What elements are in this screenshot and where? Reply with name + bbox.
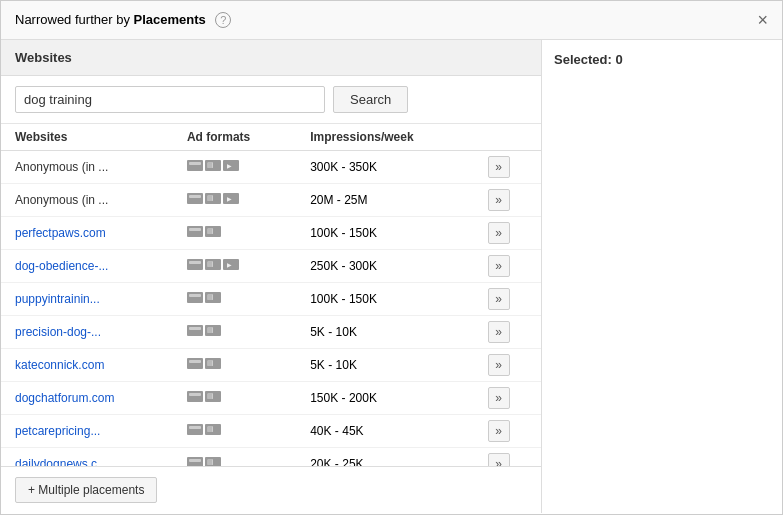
adformats-cell: [173, 316, 296, 349]
add-placement-button[interactable]: »: [488, 453, 510, 466]
impressions-cell: 20M - 25M: [296, 184, 473, 217]
banner-format-icon: [187, 160, 203, 171]
right-panel: Selected: 0: [542, 40, 782, 513]
website-cell[interactable]: precision-dog-...: [1, 316, 173, 349]
add-placement-button[interactable]: »: [488, 156, 510, 178]
adformats-cell: [173, 250, 296, 283]
footer-row: + Multiple placements: [1, 466, 541, 513]
impressions-cell: 40K - 45K: [296, 415, 473, 448]
table-body: Anonymous (in ...300K - 350K»Anonymous (…: [1, 151, 541, 467]
add-placement-button[interactable]: »: [488, 387, 510, 409]
add-cell: »: [474, 448, 542, 467]
image-format-icon: [205, 193, 221, 204]
banner-format-icon: [187, 391, 203, 402]
impressions-cell: 5K - 10K: [296, 349, 473, 382]
banner-format-icon: [187, 193, 203, 204]
add-cell: »: [474, 151, 542, 184]
search-row: Search: [1, 76, 541, 124]
website-cell[interactable]: puppyintrainin...: [1, 283, 173, 316]
image-format-icon: [205, 259, 221, 270]
dialog-header: Narrowed further by Placements ? ×: [1, 1, 782, 40]
table-row: dog-obedience-...250K - 300K»: [1, 250, 541, 283]
add-placement-button[interactable]: »: [488, 321, 510, 343]
image-format-icon: [205, 457, 221, 466]
website-link[interactable]: petcarepricing...: [15, 424, 100, 438]
search-button[interactable]: Search: [333, 86, 408, 113]
impressions-cell: 250K - 300K: [296, 250, 473, 283]
col-adformats: Ad formats: [173, 124, 296, 151]
website-cell[interactable]: dailydognews.c...: [1, 448, 173, 467]
banner-format-icon: [187, 358, 203, 369]
website-link[interactable]: dogchatforum.com: [15, 391, 114, 405]
website-cell[interactable]: petcarepricing...: [1, 415, 173, 448]
col-websites: Websites: [1, 124, 173, 151]
website-link[interactable]: dailydognews.c...: [15, 457, 107, 466]
add-placement-button[interactable]: »: [488, 288, 510, 310]
impressions-cell: 150K - 200K: [296, 382, 473, 415]
add-placement-button[interactable]: »: [488, 255, 510, 277]
adformats-cell: [173, 349, 296, 382]
add-cell: »: [474, 349, 542, 382]
banner-format-icon: [187, 292, 203, 303]
image-format-icon: [205, 358, 221, 369]
banner-format-icon: [187, 259, 203, 270]
add-placement-button[interactable]: »: [488, 420, 510, 442]
table-row: dailydognews.c...20K - 25K»: [1, 448, 541, 467]
add-cell: »: [474, 217, 542, 250]
add-cell: »: [474, 316, 542, 349]
website-link[interactable]: dog-obedience-...: [15, 259, 108, 273]
add-placement-button[interactable]: »: [488, 222, 510, 244]
video-format-icon: [223, 259, 239, 270]
website-cell[interactable]: kateconnick.com: [1, 349, 173, 382]
impressions-cell: 300K - 350K: [296, 151, 473, 184]
website-cell[interactable]: perfectpaws.com: [1, 217, 173, 250]
col-action: [474, 124, 542, 151]
table-row: kateconnick.com5K - 10K»: [1, 349, 541, 382]
add-placement-button[interactable]: »: [488, 354, 510, 376]
left-panel: Websites Search Websites Ad formats Impr…: [1, 40, 542, 513]
adformats-cell: [173, 448, 296, 467]
add-cell: »: [474, 184, 542, 217]
adformats-cell: [173, 151, 296, 184]
add-placement-button[interactable]: »: [488, 189, 510, 211]
table-head: Websites Ad formats Impressions/week: [1, 124, 541, 151]
adformats-cell: [173, 415, 296, 448]
left-panel-header: Websites: [1, 40, 541, 76]
video-format-icon: [223, 193, 239, 204]
close-icon[interactable]: ×: [757, 11, 768, 29]
video-format-icon: [223, 160, 239, 171]
website-link[interactable]: puppyintrainin...: [15, 292, 100, 306]
dialog-body: Websites Search Websites Ad formats Impr…: [1, 40, 782, 513]
banner-format-icon: [187, 457, 203, 466]
table-row: petcarepricing...40K - 45K»: [1, 415, 541, 448]
image-format-icon: [205, 160, 221, 171]
website-cell[interactable]: dogchatforum.com: [1, 382, 173, 415]
multiple-placements-button[interactable]: + Multiple placements: [15, 477, 157, 503]
add-cell: »: [474, 415, 542, 448]
table-row: precision-dog-...5K - 10K»: [1, 316, 541, 349]
selected-header: Selected: 0: [554, 52, 770, 67]
table-container: Websites Ad formats Impressions/week Ano…: [1, 124, 541, 466]
impressions-cell: 20K - 25K: [296, 448, 473, 467]
table-row: Anonymous (in ...20M - 25M»: [1, 184, 541, 217]
adformats-cell: [173, 184, 296, 217]
col-impressions: Impressions/week: [296, 124, 473, 151]
help-icon[interactable]: ?: [215, 12, 231, 28]
adformats-cell: [173, 283, 296, 316]
website-cell[interactable]: dog-obedience-...: [1, 250, 173, 283]
search-input[interactable]: [15, 86, 325, 113]
impressions-cell: 100K - 150K: [296, 217, 473, 250]
image-format-icon: [205, 226, 221, 237]
website-link[interactable]: kateconnick.com: [15, 358, 104, 372]
dialog-title: Narrowed further by Placements ?: [15, 12, 231, 28]
add-cell: »: [474, 283, 542, 316]
website-cell: Anonymous (in ...: [1, 184, 173, 217]
title-prefix: Narrowed further by: [15, 12, 134, 27]
website-link[interactable]: perfectpaws.com: [15, 226, 106, 240]
website-link[interactable]: precision-dog-...: [15, 325, 101, 339]
image-format-icon: [205, 325, 221, 336]
add-cell: »: [474, 382, 542, 415]
banner-format-icon: [187, 226, 203, 237]
adformats-cell: [173, 217, 296, 250]
impressions-cell: 100K - 150K: [296, 283, 473, 316]
